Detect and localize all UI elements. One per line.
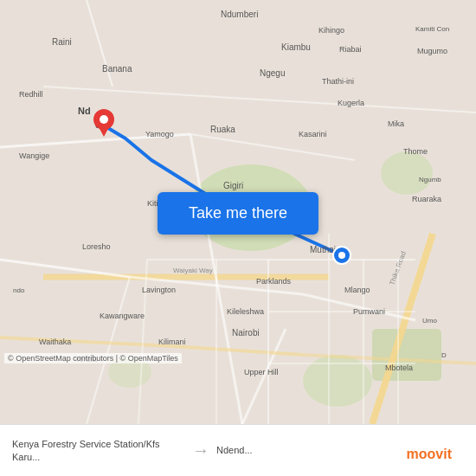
svg-text:Ngegu: Ngegu xyxy=(260,68,285,78)
destination-label: Ndend... xyxy=(216,444,253,456)
bottom-bar: Kenya Forestry Service Station/Kfs Karu.… xyxy=(0,424,476,476)
svg-text:Pumwani: Pumwani xyxy=(353,307,385,316)
take-me-there-button[interactable]: Take me there xyxy=(158,192,318,235)
svg-text:Mlango: Mlango xyxy=(344,286,370,294)
svg-text:Kasarini: Kasarini xyxy=(299,130,327,138)
svg-text:Ndumberi: Ndumberi xyxy=(221,10,258,19)
svg-text:Banana: Banana xyxy=(102,64,132,74)
svg-text:ndo: ndo xyxy=(13,286,25,294)
svg-text:Nairobi: Nairobi xyxy=(232,328,260,338)
map-container: Thika Road Waiyaki Way Raini Ndumb xyxy=(0,0,476,424)
arrow-separator: → xyxy=(192,441,209,460)
svg-rect-5 xyxy=(372,329,441,381)
svg-text:Redhill: Redhill xyxy=(19,90,43,99)
origin-section: Kenya Forestry Service Station/Kfs Karu.… xyxy=(12,438,185,463)
svg-point-75 xyxy=(338,252,345,259)
svg-text:Waithaka: Waithaka xyxy=(39,338,71,346)
svg-text:Umo: Umo xyxy=(422,317,437,325)
svg-text:Yamogo: Yamogo xyxy=(145,130,174,138)
svg-text:D: D xyxy=(441,351,447,359)
moovit-logo-text: moovit xyxy=(407,447,452,462)
svg-text:Waiyaki Way: Waiyaki Way xyxy=(173,267,213,274)
svg-text:Gigiri: Gigiri xyxy=(223,181,243,190)
svg-text:Mika: Mika xyxy=(388,119,404,128)
svg-text:Kihingo: Kihingo xyxy=(318,26,344,35)
svg-text:Mbotela: Mbotela xyxy=(385,363,413,372)
svg-text:Loresho: Loresho xyxy=(82,242,111,251)
svg-text:Ruaraka: Ruaraka xyxy=(412,195,441,203)
svg-text:Nd: Nd xyxy=(78,106,91,116)
svg-text:Wangige: Wangige xyxy=(19,151,49,160)
svg-point-3 xyxy=(381,151,433,195)
svg-text:Ngumb: Ngumb xyxy=(419,176,441,183)
svg-text:Kugerla: Kugerla xyxy=(338,99,364,107)
origin-label: Kenya Forestry Service Station/Kfs Karu.… xyxy=(12,438,185,463)
svg-text:Riabai: Riabai xyxy=(339,45,362,54)
svg-text:Ruaka: Ruaka xyxy=(210,125,235,134)
map-copyright: © OpenStreetMap contributors | © OpenMap… xyxy=(4,353,182,363)
svg-text:Thathi-ini: Thathi-ini xyxy=(322,77,354,86)
svg-text:Kilimani: Kilimani xyxy=(158,338,186,346)
svg-point-78 xyxy=(100,115,108,124)
svg-text:Thome: Thome xyxy=(403,147,428,156)
svg-text:Parklands: Parklands xyxy=(256,277,292,286)
svg-text:Lavington: Lavington xyxy=(142,286,176,294)
destination-section: Ndend... xyxy=(216,444,253,456)
svg-text:Mugumo: Mugumo xyxy=(417,47,447,55)
bottom-content: Kenya Forestry Service Station/Kfs Karu.… xyxy=(12,425,464,476)
svg-text:Raini: Raini xyxy=(52,37,72,47)
svg-text:Kiambu: Kiambu xyxy=(281,42,311,52)
svg-text:Kamiti Con: Kamiti Con xyxy=(415,25,449,33)
svg-text:Kileleshwa: Kileleshwa xyxy=(227,307,264,316)
svg-text:Kawangware: Kawangware xyxy=(100,312,145,320)
svg-text:Upper Hill: Upper Hill xyxy=(244,368,279,376)
moovit-logo: moovit xyxy=(407,447,452,462)
